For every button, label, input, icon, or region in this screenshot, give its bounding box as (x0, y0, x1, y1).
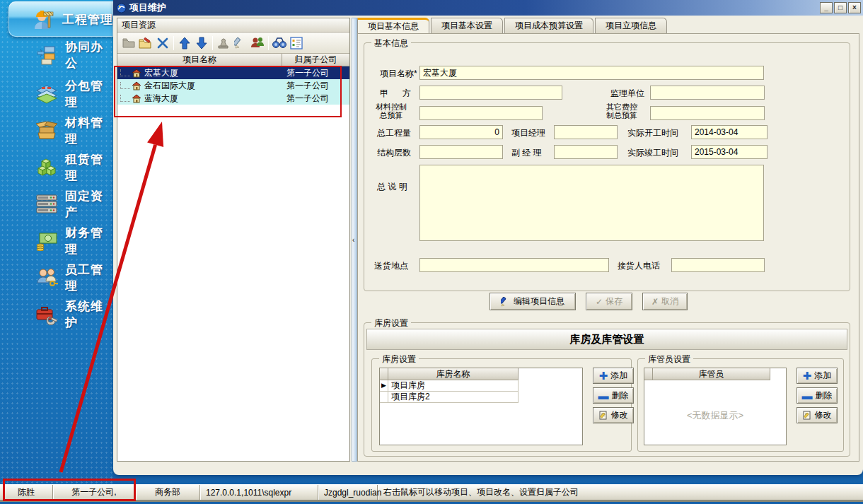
minimize-button[interactable]: _ (820, 2, 833, 13)
warehouse-delete-button[interactable]: ▬ 删除 (593, 387, 634, 404)
project-name-label: 项目名称* (380, 69, 417, 78)
sidebar-item-label: 系统维护 (65, 298, 113, 331)
total-quantity-label: 总工程量 (377, 128, 411, 138)
keeper-edit-button[interactable]: 修改 (797, 407, 838, 423)
save-button-label: 保存 (606, 295, 622, 307)
add-button-label: 添加 (814, 370, 831, 382)
subsidiary-cell: 第一子公司 (282, 67, 349, 79)
list-check-icon[interactable] (288, 35, 305, 52)
warehouse-edit-button[interactable]: 修改 (593, 407, 634, 423)
tree-branch (120, 82, 130, 89)
sidebar-item-finance[interactable]: 财务管理 (0, 225, 113, 257)
status-subsidiary: 第一子公司, (53, 485, 136, 500)
sidebar-item-label: 材料管理 (65, 115, 113, 147)
group-label: 库管员设置 (645, 353, 693, 365)
project-name-field[interactable] (419, 66, 764, 80)
subsidiary-cell: 第一子公司 (282, 93, 349, 105)
delivery-address-field[interactable] (419, 258, 609, 272)
summary-label: 总 说 明 (377, 182, 407, 192)
delete-button-label: 删除 (612, 389, 629, 402)
house-icon (132, 69, 141, 78)
sidebar-item-engineering[interactable]: 工程管理 (8, 1, 113, 37)
move-up-icon[interactable] (176, 35, 193, 52)
group-label: 库房设置 (371, 317, 411, 329)
tab-basic-settings[interactable]: 项目基本设置 (431, 18, 503, 33)
tree-branch (120, 69, 130, 76)
column-header-warehouse-name[interactable]: 库房名称 (388, 368, 519, 380)
warehouse-row[interactable]: ▶ 项目库房 (380, 380, 582, 392)
fixed-assets-icon (34, 192, 59, 216)
maximize-button[interactable]: □ (834, 2, 847, 13)
deputy-manager-field[interactable] (554, 145, 618, 159)
summary-field[interactable] (419, 165, 764, 241)
delete-button-label: 删除 (816, 389, 833, 402)
sidebar-item-staff[interactable]: 员工管理 (0, 262, 113, 294)
status-server: 127.0.0.1,1011\sqlexpr (200, 485, 318, 500)
resource-panel-title: 项目资源 (122, 19, 156, 31)
keeper-delete-button[interactable]: ▬ 删除 (797, 387, 838, 404)
warehouse-header-band: 库房及库管设置 (366, 329, 847, 350)
status-database: Jzgdgl_ruodian (318, 485, 378, 500)
finance-money-icon (34, 229, 59, 253)
column-header-keeper[interactable]: 库管员 (653, 368, 770, 380)
table-row-project[interactable]: 宏基大厦 第一子公司 (117, 66, 349, 79)
resource-table-header: 项目名称 归属子公司 (117, 54, 349, 66)
resource-panel-header: 项目资源 (117, 18, 349, 33)
tree-branch (120, 95, 130, 102)
table-row-project[interactable]: 蓝海大厦 第一子公司 (117, 92, 349, 105)
sidebar-item-material[interactable]: 材料管理 (0, 115, 113, 147)
sidebar-item-collaboration[interactable]: 协同办公 (0, 39, 113, 71)
sidebar-item-maintenance[interactable]: 系统维护 (0, 298, 113, 331)
row-marker-header (644, 368, 653, 380)
edit-pencil-icon (501, 297, 511, 307)
supervisor-label: 监理单位 (610, 88, 644, 98)
keeper-list-group: 库管员设置 库管员 <无数据显示> ✚ 添加 (637, 358, 844, 452)
start-date-field[interactable] (691, 125, 768, 139)
delete-x-icon[interactable] (154, 35, 171, 52)
party-a-field[interactable] (419, 86, 562, 100)
panel-splitter[interactable]: ‹ (352, 18, 357, 462)
warehouse-header-title: 库房及库管设置 (570, 333, 644, 346)
tab-cost-budget-settings[interactable]: 项目成本预算设置 (504, 18, 593, 33)
receiver-phone-field[interactable] (671, 258, 765, 272)
construction-worker-icon (30, 7, 57, 31)
total-quantity-field[interactable] (419, 125, 503, 139)
keeper-table: 库管员 <无数据显示> (644, 368, 787, 445)
status-hint: 右击鼠标可以移动项目、项目改名、设置归属子公司 (378, 485, 863, 500)
stamp-icon[interactable] (215, 35, 232, 52)
column-header-subsidiary[interactable]: 归属子公司 (282, 54, 349, 66)
add-button-label: 添加 (610, 370, 627, 382)
pencil-icon[interactable] (232, 35, 249, 52)
edit-project-button[interactable]: 编辑项目信息 (490, 293, 576, 310)
tab-basic-info[interactable]: 项目基本信息 (357, 18, 429, 33)
sidebar-item-label: 固定资产 (65, 188, 113, 221)
warehouse-row[interactable]: 项目库房2 (380, 392, 582, 403)
tab-initiation-info[interactable]: 项目立项信息 (595, 18, 667, 33)
close-button[interactable]: × (848, 2, 861, 13)
supervisor-field[interactable] (650, 86, 765, 100)
project-manager-field[interactable] (554, 125, 618, 139)
current-row-marker: ▶ (380, 380, 388, 392)
column-header-project-name[interactable]: 项目名称 (117, 54, 282, 66)
sidebar-item-subcontract[interactable]: 分包管理 (0, 78, 113, 110)
warehouse-add-button[interactable]: ✚ 添加 (593, 368, 634, 384)
find-binoculars-icon[interactable] (271, 35, 288, 52)
users-icon[interactable] (249, 35, 266, 52)
move-down-icon[interactable] (193, 35, 210, 52)
table-row-project[interactable]: 金石国际大厦 第一子公司 (117, 79, 349, 92)
other-budget-field[interactable] (650, 106, 765, 120)
sidebar-item-label: 租赁管理 (65, 151, 113, 184)
finish-date-field[interactable] (691, 145, 768, 159)
save-button[interactable]: ✓ 保存 (586, 293, 632, 310)
notepad-edit-icon (803, 411, 812, 420)
folder-edit-icon[interactable] (137, 35, 154, 52)
detail-tabbar: 项目基本信息 项目基本设置 项目成本预算设置 项目立项信息 (357, 18, 668, 33)
sidebar-item-label: 财务管理 (65, 225, 113, 257)
cancel-button[interactable]: ✗ 取消 (642, 293, 688, 310)
sidebar-item-lease[interactable]: 租赁管理 (0, 151, 113, 184)
floors-field[interactable] (419, 145, 503, 159)
folder-icon[interactable] (120, 35, 137, 52)
material-budget-field[interactable] (419, 106, 543, 120)
keeper-add-button[interactable]: ✚ 添加 (797, 368, 838, 384)
sidebar-item-assets[interactable]: 固定资产 (0, 188, 113, 221)
